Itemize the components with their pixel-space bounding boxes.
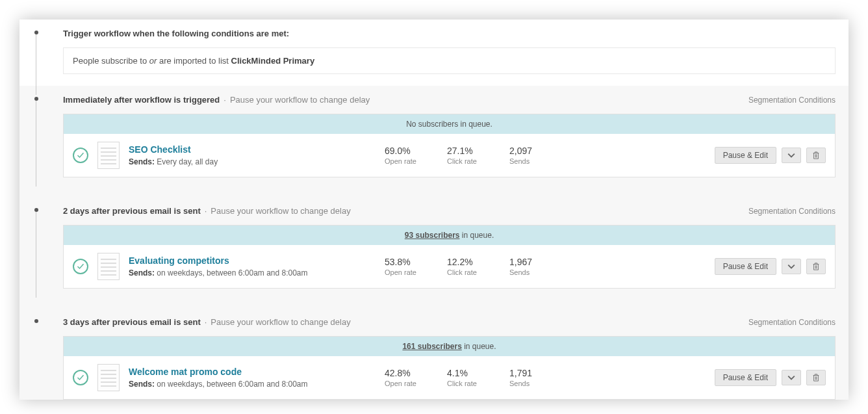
trigger-cond-mid: are imported to list <box>157 56 231 66</box>
pause-edit-button[interactable]: Pause & Edit <box>715 147 776 164</box>
email-stats: 42.8%Open rate 4.1%Click rate 1,791Sends <box>385 368 548 387</box>
trigger-cond-list: ClickMinded Primary <box>231 56 315 66</box>
click-rate-label: Click rate <box>447 380 486 387</box>
delete-button[interactable] <box>806 259 826 274</box>
check-icon <box>77 263 84 270</box>
trigger-header: Trigger workflow when the following cond… <box>32 19 842 47</box>
open-rate-label: Open rate <box>385 380 424 387</box>
segmentation-conditions-link[interactable]: Segmentation Conditions <box>748 207 836 216</box>
workflow-step: 3 days after previous email is sent · Pa… <box>19 308 849 400</box>
actions-dropdown-button[interactable] <box>782 259 801 274</box>
trigger-heading: Trigger workflow when the following cond… <box>63 29 289 38</box>
step-timing: Immediately after workflow is triggered <box>63 95 220 105</box>
email-card: 161 subscribers in queue. Welcome mat pr… <box>63 336 836 400</box>
email-stats: 69.0%Open rate 27.1%Click rate 2,097Send… <box>385 146 548 165</box>
trash-icon <box>812 263 820 270</box>
email-card: 93 subscribers in queue. Evaluating comp… <box>63 225 836 289</box>
sends-value: 2,097 <box>509 146 548 156</box>
actions-dropdown-button[interactable] <box>782 370 801 385</box>
workflow-editor: Trigger workflow when the following cond… <box>19 19 849 400</box>
chevron-down-icon <box>787 151 795 159</box>
timeline-bullet <box>34 319 38 323</box>
sends-value: 1,791 <box>509 368 548 378</box>
step-timing: 2 days after previous email is sent <box>63 206 201 216</box>
open-rate-label: Open rate <box>385 157 424 165</box>
email-title[interactable]: SEO Checklist <box>129 144 376 155</box>
email-thumbnail[interactable] <box>97 364 120 391</box>
timeline-bullet <box>34 31 38 34</box>
step-header: Immediately after workflow is triggered … <box>32 86 842 114</box>
segmentation-conditions-link[interactable]: Segmentation Conditions <box>748 96 836 105</box>
open-rate-value: 42.8% <box>385 368 424 378</box>
email-stats: 53.8%Open rate 12.2%Click rate 1,967Send… <box>385 257 548 276</box>
trash-icon <box>812 374 820 382</box>
email-info: SEO Checklist Sends: Every day, all day <box>129 144 376 166</box>
actions-dropdown-button[interactable] <box>782 148 801 163</box>
click-rate-value: 12.2% <box>447 257 486 267</box>
email-thumbnail[interactable] <box>97 142 120 169</box>
delete-button[interactable] <box>806 370 826 385</box>
pause-edit-button[interactable]: Pause & Edit <box>715 258 776 275</box>
queue-bar: No subscribers in queue. <box>64 114 835 134</box>
timeline-line <box>36 212 36 298</box>
pause-hint: Pause your workflow to change delay <box>211 206 350 216</box>
segmentation-conditions-link[interactable]: Segmentation Conditions <box>748 318 836 327</box>
email-title[interactable]: Welcome mat promo code <box>129 367 376 377</box>
queue-suffix: in queue. <box>462 342 496 351</box>
sends-count-label: Sends <box>509 157 548 165</box>
status-sent-icon <box>73 148 88 163</box>
click-rate-value: 4.1% <box>447 368 486 378</box>
click-rate-label: Click rate <box>447 157 486 165</box>
sends-prefix: Sends: <box>129 268 155 278</box>
queue-text: No subscribers in queue. <box>406 120 492 129</box>
queue-bar: 161 subscribers in queue. <box>64 337 835 356</box>
timeline-bullet <box>34 208 38 212</box>
queue-subscribers-link[interactable]: 93 subscribers <box>405 231 460 240</box>
check-icon <box>77 151 84 159</box>
queue-subscribers-link[interactable]: 161 subscribers <box>402 342 461 351</box>
queue-suffix: in queue. <box>460 231 494 240</box>
workflow-step: 2 days after previous email is sent · Pa… <box>19 197 849 289</box>
email-actions: Pause & Edit <box>715 147 826 164</box>
click-rate-value: 27.1% <box>447 146 486 156</box>
trigger-cond-or: or <box>149 56 157 66</box>
email-thumbnail[interactable] <box>97 253 120 280</box>
email-actions: Pause & Edit <box>715 369 826 386</box>
workflow-step: Immediately after workflow is triggered … <box>19 86 849 177</box>
email-info: Evaluating competitors Sends: on weekday… <box>129 255 376 278</box>
open-rate-value: 69.0% <box>385 146 424 156</box>
dot-separator: · <box>205 206 207 216</box>
delete-button[interactable] <box>806 148 826 163</box>
queue-bar: 93 subscribers in queue. <box>64 226 835 245</box>
email-schedule: on weekdays, between 6:00am and 8:00am <box>157 380 307 389</box>
sends-prefix: Sends: <box>129 380 155 389</box>
chevron-down-icon <box>787 374 795 382</box>
chevron-down-icon <box>787 263 795 270</box>
email-title[interactable]: Evaluating competitors <box>129 255 376 266</box>
step-timing: 3 days after previous email is sent <box>63 317 201 327</box>
sends-count-label: Sends <box>509 268 548 276</box>
dot-separator: · <box>205 317 207 327</box>
trash-icon <box>812 151 820 159</box>
timeline-bullet <box>34 97 38 101</box>
email-schedule: Every day, all day <box>157 157 218 166</box>
pause-edit-button[interactable]: Pause & Edit <box>715 369 776 386</box>
sends-prefix: Sends: <box>129 157 155 166</box>
email-actions: Pause & Edit <box>715 258 826 275</box>
sends-value: 1,967 <box>509 257 548 267</box>
status-sent-icon <box>73 370 88 385</box>
timeline-line <box>36 101 36 187</box>
email-schedule: on weekdays, between 6:00am and 8:00am <box>157 268 307 278</box>
check-icon <box>77 374 84 382</box>
dot-separator: · <box>223 95 226 105</box>
open-rate-label: Open rate <box>385 268 424 276</box>
step-header: 2 days after previous email is sent · Pa… <box>32 197 842 225</box>
email-info: Welcome mat promo code Sends: on weekday… <box>129 367 376 389</box>
sends-count-label: Sends <box>509 380 548 387</box>
open-rate-value: 53.8% <box>385 257 424 267</box>
click-rate-label: Click rate <box>447 268 486 276</box>
trigger-condition[interactable]: People subscribe to or are imported to l… <box>63 47 836 74</box>
trigger-section: Trigger workflow when the following cond… <box>19 19 849 86</box>
pause-hint: Pause your workflow to change delay <box>230 95 370 105</box>
status-sent-icon <box>73 259 88 274</box>
